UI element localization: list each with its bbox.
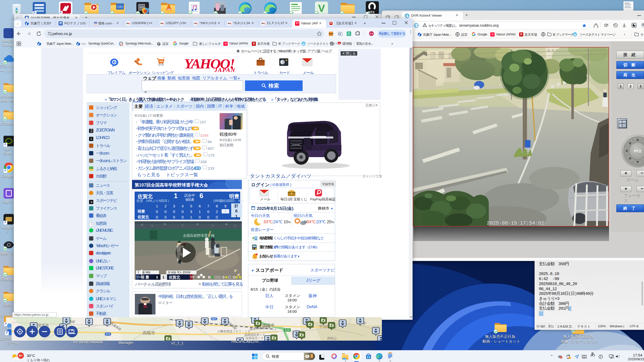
svg-text:S: S [222,275,225,279]
svg-text:O: O [233,275,236,279]
svg-text:明 豊: 明 豊 [141,275,149,279]
svg-text:171: 171 [106,333,110,336]
svg-text:2025-08-15 17:54:02: 2025-08-15 17:54:02 [487,220,544,226]
svg-text:佐賀: 佐賀 [190,276,194,278]
svg-text:京田辺松井ＩＣ: 京田辺松井ＩＣ [244,333,265,337]
svg-text:!: ! [256,248,257,250]
svg-text:高槻市: 高槻市 [142,331,155,335]
svg-text:E1A: E1A [285,329,290,331]
svg-text:投 稲富 理人 ⑰65球: 投 稲富 理人 ⑰65球 [168,271,190,274]
svg-text:御林山: 御林山 [327,336,337,340]
svg-text:PTZ: PTZ [634,149,641,153]
svg-text:佐賀北: 佐賀北 [169,275,180,280]
svg-text:八幡京田辺ＪＣＴ・ＩＣ: 八幡京田辺ＪＣＴ・ＩＣ [217,330,251,333]
svg-text:3: 3 [156,275,158,279]
svg-text:B: B [208,275,211,279]
svg-text:大分: 大分 [136,276,140,278]
svg-text:307: 307 [212,318,216,320]
svg-text:CUSTOM: CUSTOM [292,144,300,146]
svg-text:1: 1 [163,275,165,279]
